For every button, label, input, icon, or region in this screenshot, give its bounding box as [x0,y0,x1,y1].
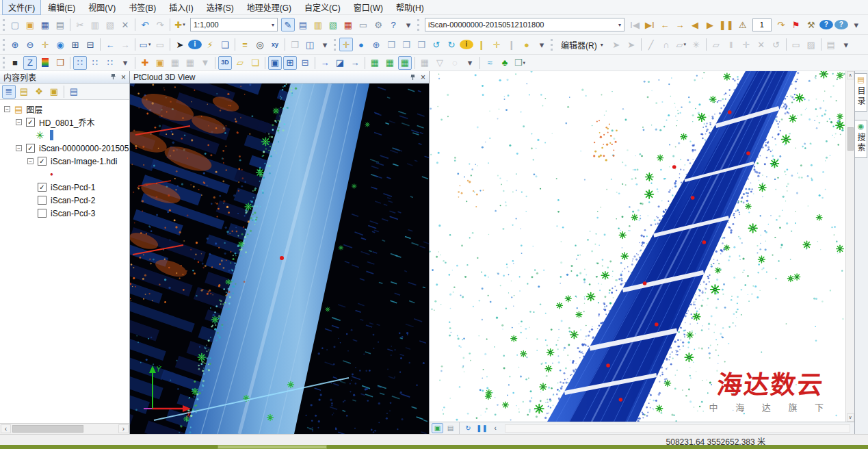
zoom-target-3d-icon[interactable]: ❒ [399,38,413,51]
vertical-measure-icon[interactable]: ❙ [475,38,488,51]
fixed-zoom-in-icon[interactable]: ⊞ [68,38,82,51]
undo-icon[interactable]: ↶ [138,18,152,31]
layer-node[interactable]: −✓iScan-Image-1.hdi [0,155,129,168]
step-back-icon[interactable]: ◀ [688,18,702,31]
visibility-checkbox[interactable]: ✓ [38,183,47,192]
html-popup-icon[interactable]: ❑ [218,38,232,51]
delete-icon[interactable]: ✕ [118,18,132,31]
visibility-checkbox[interactable]: ✓ [38,157,47,166]
map-canvas[interactable] [430,71,854,422]
refresh-view-icon[interactable]: ↻ [462,423,474,433]
toc-options-icon[interactable]: ▤ [67,85,81,99]
hyperlink-icon[interactable]: ⚡ [203,38,217,51]
scroll-right-arrow-icon[interactable]: › [118,424,129,433]
toolbar-grip[interactable] [551,39,553,51]
toolbar-grip[interactable] [3,39,5,51]
magnifier-window-icon[interactable]: ◫ [303,38,317,51]
brush-select-icon[interactable]: ❏ [248,56,262,70]
select-polygon-icon[interactable]: ▱ [233,56,247,70]
find-icon[interactable]: ◎ [253,38,267,51]
pin-icon[interactable] [110,73,116,81]
editor-toolbar-icon[interactable]: ✎ [281,18,295,31]
add-data-icon[interactable]: ✚▾ [173,18,187,31]
menu-item-4[interactable]: 书签(B) [122,0,162,15]
toolbar-grip[interactable] [3,19,5,31]
grid-green-1-icon[interactable]: ▦ [368,56,382,70]
help-contents-icon[interactable]: ? [834,20,848,29]
scroll-down-arrow-icon[interactable]: ∨ [847,413,854,422]
menu-item-10[interactable]: 帮助(H) [390,0,430,15]
print-icon[interactable]: ▤ [53,18,67,31]
menu-item-2[interactable]: 编辑(E) [42,0,81,15]
fixed-zoom-out-icon[interactable]: ⊟ [83,38,97,51]
scrollbar-thumb[interactable] [12,425,83,433]
frame-number-input[interactable] [752,18,772,31]
prev-frame-icon[interactable]: ← [658,18,672,31]
add-feature-3d-icon[interactable]: ✛ [490,38,503,51]
layer-label[interactable]: iScan-Pcd-3 [51,209,95,218]
list-by-selection-icon[interactable]: ▣ [47,85,61,99]
ground-extraction-icon[interactable]: ≈ [483,56,497,70]
help-icon[interactable]: ? [819,20,833,29]
menu-item-8[interactable]: 自定义(C) [298,0,347,15]
search-window-icon[interactable]: ▧ [326,18,340,31]
previous-extent-3d-icon[interactable]: ❒ [415,38,428,51]
menu-item-5[interactable]: 插入(I) [163,0,199,15]
data-view-icon[interactable]: ▣ [432,423,443,433]
render-classification-icon[interactable]: ❒ [53,56,67,70]
layer-label[interactable]: 图层 [26,103,42,115]
collapse-icon[interactable]: − [27,158,34,164]
go-to-xy-icon[interactable]: xy [268,38,282,51]
layer-label[interactable]: iScan-Pcd-2 [51,196,95,205]
toolbar-overflow-icon[interactable]: ▾ [318,38,332,51]
selection-remove-icon[interactable]: ⊟ [298,56,312,70]
density-low-icon[interactable]: ∷ [73,56,87,70]
pin-icon[interactable] [410,74,416,81]
add-station-icon[interactable]: ✚ [138,56,152,70]
zoom-out-icon[interactable]: ⊖ [23,38,37,51]
scrollbar-thumb[interactable] [847,127,854,151]
map-vertical-scrollbar[interactable]: ∧ ∨ [845,71,854,422]
iscan-project-combobox[interactable]: iScan-00000000-20150512101800 ▾ [425,18,624,31]
menu-item-1[interactable]: 文件(F) [2,0,41,15]
zoom-3d-icon[interactable]: ⊕ [369,38,383,51]
close-icon[interactable]: × [121,73,126,81]
last-frame-icon[interactable]: ▶Ⅰ [643,18,657,31]
zoom-in-icon[interactable]: ⊕ [8,38,22,51]
open-project-icon[interactable]: ▣ [23,18,37,31]
back-extent-icon[interactable]: ← [103,38,117,51]
visibility-checkbox[interactable]: ✓ [26,118,35,127]
pan-icon[interactable]: ✛ [38,38,52,51]
toolbar-grip[interactable] [334,39,336,51]
layer-label[interactable]: iScan-00000000-20150512101800 [39,144,129,153]
python-window-icon[interactable]: ▭ [356,18,370,31]
identify-3d-icon[interactable]: i [460,40,473,49]
toolbar-overflow-icon[interactable]: ▾ [402,18,415,31]
layer-node[interactable]: −▤图层 [0,103,129,116]
open-trajectory-icon[interactable]: ▣ [153,56,167,70]
list-by-drawing-order-icon[interactable]: ≣ [2,85,16,99]
layer-node[interactable]: ✓iScan-Pcd-1 [0,181,129,194]
layer-node[interactable]: −✓HD_0801_乔木 [0,116,129,129]
menu-item-3[interactable]: 视图(V) [82,0,122,15]
pause-icon[interactable]: ❚❚ [718,18,735,31]
toolbar-overflow-icon[interactable]: ▾ [839,38,853,51]
scroll-left-arrow-icon[interactable]: ‹ [1,424,11,433]
scroll-left-icon[interactable]: ‹ [490,423,501,433]
rotate-ccw-icon[interactable]: ↺ [430,38,443,51]
ellipse-tool-icon[interactable]: ● [520,38,534,51]
layer-label[interactable]: HD_0801_乔木 [39,116,94,128]
toolbar-overflow-icon[interactable]: ▾ [463,56,477,70]
menu-item-6[interactable]: 选择(S) [200,0,240,15]
play-icon[interactable]: ▶ [703,18,717,31]
toolbox-icon[interactable]: ▦ [341,18,355,31]
export-result-icon[interactable]: ❒▾ [513,56,527,70]
collapse-icon[interactable]: − [4,106,10,112]
save-icon[interactable]: ▦ [38,18,52,31]
loop-icon[interactable]: ↷ [774,18,788,31]
list-by-visibility-icon[interactable]: ❖ [32,85,46,99]
vegetation-extraction-icon[interactable]: ♣ [498,56,512,70]
pan-3d-icon[interactable]: ✛ [339,38,353,51]
full-extent-3d-icon[interactable]: ❒ [384,38,398,51]
render-elevation-icon[interactable]: Z [23,56,37,70]
